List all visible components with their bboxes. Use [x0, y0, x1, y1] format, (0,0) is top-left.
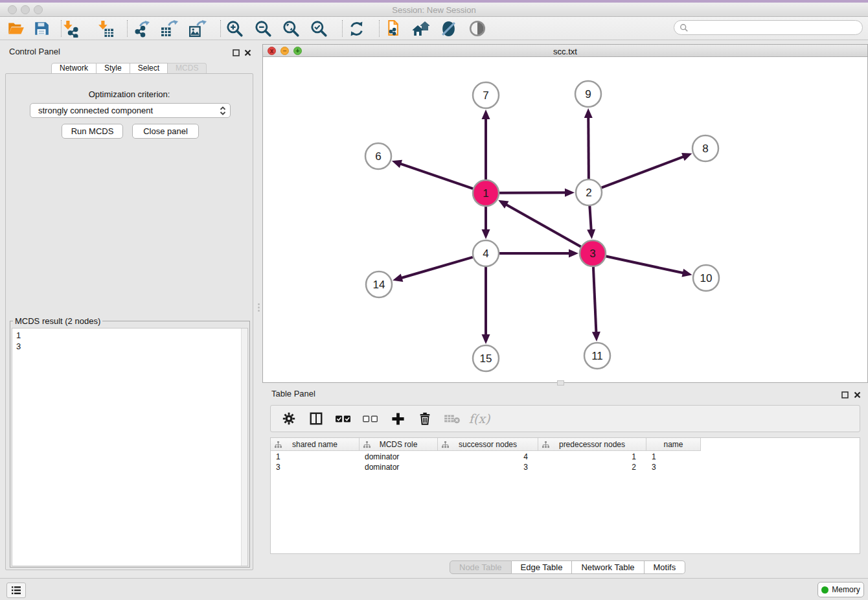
graph-edge-2-3[interactable] — [589, 206, 591, 231]
horizontal-splitter[interactable] — [557, 380, 564, 386]
graph-edge-3-1[interactable] — [505, 204, 580, 247]
export-table-button[interactable] — [159, 18, 179, 39]
toolbar-separator — [127, 20, 128, 37]
network-canvas[interactable]: 1234678910111415 — [263, 57, 867, 382]
vertical-splitter[interactable] — [257, 302, 260, 311]
graph-arrowhead-1-6 — [392, 160, 402, 168]
copy-network-button[interactable] — [382, 18, 402, 39]
network-window-titlebar: x – + scc.txt — [263, 45, 867, 57]
import-table-button[interactable] — [95, 18, 115, 39]
control-panel-tabs: Network Style Select MCDS — [51, 63, 207, 74]
column-header-successor-nodes[interactable]: successor nodes — [438, 438, 538, 451]
hierarchy-icon — [275, 441, 282, 448]
close-icon — [244, 49, 251, 56]
zoom-out-icon — [254, 19, 272, 38]
open-session-button[interactable] — [5, 18, 26, 39]
graph-arrowhead-1-7 — [482, 110, 490, 119]
zoom-fit-button[interactable] — [280, 18, 301, 39]
add-row-button[interactable] — [389, 410, 407, 428]
chevron-up-down-icon — [220, 106, 226, 116]
checked-boxes-icon — [335, 411, 352, 426]
app-titlebar: Session: New Session — [0, 3, 868, 17]
delete-row-button[interactable] — [416, 410, 434, 428]
tab-network[interactable]: Network — [51, 63, 97, 74]
column-header-shared-name[interactable]: shared name — [271, 438, 360, 451]
table-row-cell[interactable]: dominator — [360, 452, 438, 462]
search-icon — [680, 23, 689, 32]
table-panel-close-button[interactable] — [854, 389, 861, 401]
control-panel-float-button[interactable] — [233, 47, 240, 59]
run-mcds-button[interactable]: Run MCDS — [62, 124, 123, 139]
graph-node-label-9: 9 — [585, 88, 591, 100]
tab-motifs[interactable]: Motifs — [645, 560, 686, 574]
table-row-cell[interactable]: 1 — [538, 452, 646, 462]
search-field[interactable] — [674, 20, 863, 35]
table-panel-float-button[interactable] — [841, 389, 849, 401]
graph-edge-2-8[interactable] — [602, 156, 685, 187]
graph-edge-1-2[interactable] — [499, 192, 566, 193]
column-header-predecessor-nodes[interactable]: predecessor nodes — [538, 438, 646, 451]
table-row-cell[interactable]: 1 — [646, 452, 701, 462]
result-scrollbar[interactable] — [241, 329, 247, 566]
save-floppy-icon — [33, 20, 50, 37]
export-network-button[interactable] — [131, 18, 152, 39]
zoom-in-button[interactable] — [224, 18, 245, 39]
table-row-cell[interactable]: 2 — [538, 462, 646, 472]
select-all-button[interactable] — [334, 410, 352, 428]
column-settings-button[interactable] — [280, 410, 298, 428]
graphics-details-button[interactable] — [438, 18, 459, 39]
tab-node-table[interactable]: Node Table — [450, 560, 512, 574]
graph-edge-2-9[interactable] — [588, 117, 589, 179]
unselect-all-button[interactable] — [361, 410, 380, 428]
show-columns-button[interactable] — [307, 410, 325, 428]
column-header-name[interactable]: name — [646, 438, 701, 451]
toolbar-separator — [342, 20, 343, 37]
graph-node-label-7: 7 — [483, 89, 488, 102]
import-network-button[interactable] — [60, 18, 80, 39]
refresh-layout-button[interactable] — [346, 18, 367, 39]
graph-edge-3-11[interactable] — [593, 267, 597, 333]
table-row-cell[interactable]: dominator — [360, 462, 438, 472]
copy-network-icon — [383, 20, 401, 38]
graph-arrowhead-4-3 — [569, 249, 578, 258]
tab-edge-table[interactable]: Edge Table — [512, 560, 573, 574]
tab-network-table[interactable]: Network Table — [572, 560, 644, 574]
column-header-mcds-role[interactable]: MCDS role — [360, 438, 438, 451]
graph-node-label-15: 15 — [480, 352, 492, 365]
export-image-icon — [189, 20, 207, 38]
mcds-result-group: MCDS result (2 nodes) 1 3 — [10, 316, 250, 568]
memory-button[interactable]: Memory — [817, 582, 864, 597]
function-builder-button[interactable]: f(x) — [470, 410, 488, 428]
tab-mcds[interactable]: MCDS — [168, 63, 207, 74]
graph-edge-4-14[interactable] — [401, 257, 473, 278]
criterion-select[interactable]: strongly connected component — [30, 103, 231, 118]
home-button[interactable] — [410, 18, 431, 39]
close-panel-button[interactable]: Close panel — [132, 124, 199, 139]
table-row-cell[interactable]: 3 — [271, 462, 360, 472]
table-panel-tabs: Node Table Edge Table Network Table Moti… — [450, 560, 685, 574]
control-panel-close-button[interactable] — [244, 47, 251, 59]
tab-select[interactable]: Select — [130, 63, 168, 74]
status-bar: Memory — [0, 578, 868, 600]
birds-eye-view-button[interactable] — [467, 18, 488, 39]
table-row-cell[interactable]: 4 — [438, 452, 538, 462]
export-image-button[interactable] — [187, 18, 208, 39]
table-row-cell[interactable]: 3 — [438, 462, 538, 472]
tab-style[interactable]: Style — [97, 63, 130, 74]
table-row-cell[interactable]: 3 — [646, 462, 701, 472]
save-session-button[interactable] — [31, 18, 52, 39]
delete-table-button[interactable] — [443, 410, 461, 428]
zoom-selected-button[interactable] — [308, 18, 329, 39]
graph-edge-3-10[interactable] — [606, 256, 684, 273]
network-view-window: x – + scc.txt 1234678910111415 — [262, 44, 868, 383]
graph-node-label-14: 14 — [373, 279, 385, 291]
graph-node-label-10: 10 — [700, 272, 713, 284]
task-history-button[interactable] — [6, 583, 26, 598]
window-title: Session: New Session — [0, 5, 868, 15]
open-folder-icon — [7, 20, 25, 38]
zoom-out-button[interactable] — [253, 18, 273, 39]
table-row-cell[interactable]: 1 — [271, 452, 360, 462]
graph-edge-1-6[interactable] — [400, 163, 473, 189]
mcds-result-text[interactable]: 1 3 — [12, 328, 248, 566]
zoom-in-icon — [225, 19, 244, 38]
